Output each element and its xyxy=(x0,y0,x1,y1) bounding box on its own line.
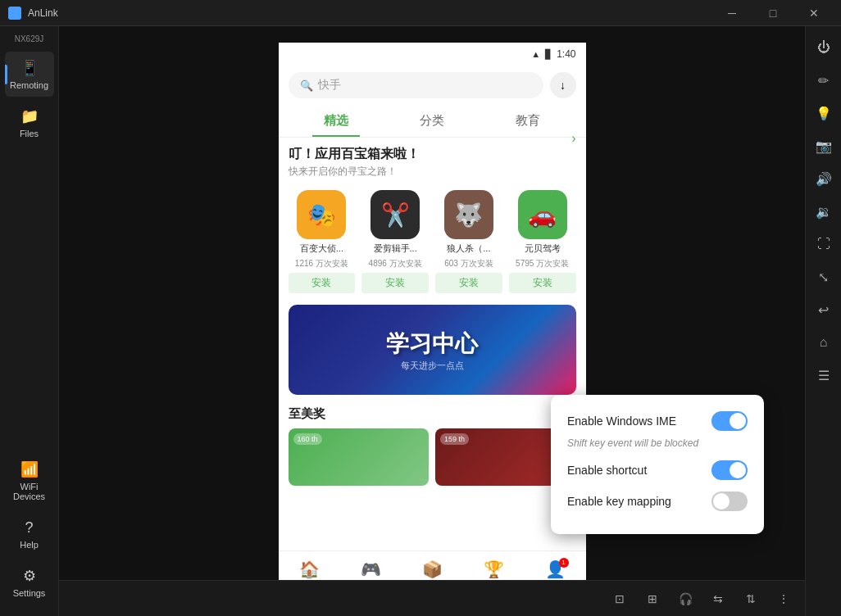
bottom-toolbar: ⊡ ⊞ 🎧 ⇆ ⇅ ⋮ xyxy=(59,580,805,616)
phone-screen: ▲ ▊ 1:40 🔍 快手 ↓ 精选 xyxy=(279,43,586,600)
tab-category[interactable]: 分类 xyxy=(384,105,480,137)
sidebar-item-files-label: Files xyxy=(20,129,39,138)
search-icon: 🔍 xyxy=(300,79,313,92)
device-label: NX629J xyxy=(15,34,44,43)
ime-sub-text: Shift key event will be blocked xyxy=(567,437,748,449)
share-button[interactable]: ⇆ xyxy=(703,584,733,614)
install-btn-1[interactable]: 安装 xyxy=(361,273,429,293)
sidebar-item-remoting[interactable]: 📱 Remoting xyxy=(5,52,54,97)
learning-title: 学习中心 xyxy=(386,328,478,360)
status-bar: ▲ ▊ 1:40 xyxy=(279,43,586,66)
title-bar-left: AnLink xyxy=(8,7,58,20)
expand-button[interactable]: ⛶ xyxy=(809,229,839,259)
mine-badge-count: 1 xyxy=(559,558,569,568)
minimize-button[interactable]: ─ xyxy=(713,0,751,26)
reward-badge-1: 160 th xyxy=(293,433,322,445)
learning-banner[interactable]: 学习中心 每天进步一点点 xyxy=(289,305,576,395)
camera-button[interactable]: 📷 xyxy=(809,131,839,161)
reward-badge-2: 159 th xyxy=(440,433,469,445)
rewards-section-header: 至美奖 › xyxy=(279,400,586,425)
back-button[interactable]: ↩ xyxy=(809,295,839,324)
search-placeholder: 快手 xyxy=(318,78,341,93)
tab-featured[interactable]: 精选 xyxy=(289,105,384,137)
home-nav-icon: 🏠 xyxy=(299,559,320,579)
app-count-1: 4896 万次安装 xyxy=(369,258,422,270)
tab-education[interactable]: 教育 xyxy=(480,105,576,137)
sidebar: NX629J 📱 Remoting 📁 Files 📶 WiFi Devices… xyxy=(0,26,59,616)
banner-sub: 快来开启你的寻宝之路！ xyxy=(289,165,576,179)
enable-shortcut-label: Enable shortcut xyxy=(567,464,647,477)
sidebar-bottom: 📶 WiFi Devices ? Help ⚙ Settings xyxy=(0,453,58,616)
vol-up-button[interactable]: 🔊 xyxy=(809,164,839,193)
games-nav-icon: 🎮 xyxy=(361,559,381,579)
sidebar-item-help[interactable]: ? Help xyxy=(5,511,54,556)
sidebar-item-files[interactable]: 📁 Files xyxy=(5,100,54,145)
vol-down-button[interactable]: 🔉 xyxy=(809,197,839,226)
maximize-button[interactable]: □ xyxy=(754,0,792,26)
app-icon-0[interactable]: 🎭 xyxy=(297,190,346,239)
app-count-0: 1216 万次安装 xyxy=(295,258,348,270)
close-button[interactable]: ✕ xyxy=(795,0,833,26)
app-grid: 🎭 百变大侦... 1216 万次安装 安装 ✂️ 爱剪辑手... 4896 万… xyxy=(279,183,586,300)
enable-key-mapping-toggle[interactable] xyxy=(711,491,748,511)
enable-windows-ime-label: Enable Windows IME xyxy=(567,414,676,428)
main-layout: NX629J 📱 Remoting 📁 Files 📶 WiFi Devices… xyxy=(0,26,841,616)
popup-row-shortcut: Enable shortcut xyxy=(567,460,748,480)
app-item-3: 🚗 元贝驾考 5795 万次安装 安装 xyxy=(509,190,576,293)
more-button[interactable]: ⋮ xyxy=(769,584,798,614)
sidebar-item-wifi-devices[interactable]: 📶 WiFi Devices xyxy=(5,453,54,508)
screenshot-button[interactable]: ⊡ xyxy=(605,584,634,614)
app-item-2: 🐺 狼人杀（... 603 万次安装 安装 xyxy=(435,190,502,293)
sidebar-item-remoting-label: Remoting xyxy=(10,80,48,90)
sidebar-wifi-sub: WiFi xyxy=(20,482,39,491)
pen-button[interactable]: ✏ xyxy=(809,66,839,95)
app-count-3: 5795 万次安装 xyxy=(516,258,569,270)
enable-windows-ime-toggle[interactable] xyxy=(711,411,748,431)
app-icon-2[interactable]: 🐺 xyxy=(444,190,493,239)
install-btn-2[interactable]: 安装 xyxy=(435,273,502,293)
wifi-icon: 📶 xyxy=(20,460,39,479)
rewards-title: 至美奖 xyxy=(289,406,325,422)
reward-card-1[interactable]: 160 th xyxy=(289,428,430,486)
enable-key-mapping-label: Enable key mapping xyxy=(567,495,671,508)
time-display: 1:40 xyxy=(557,48,575,60)
phone-container: ▲ ▊ 1:40 🔍 快手 ↓ 精选 xyxy=(59,26,805,616)
record-button[interactable]: ⊞ xyxy=(638,584,667,614)
install-btn-0[interactable]: 安装 xyxy=(289,273,356,293)
sidebar-item-help-label: Help xyxy=(20,540,39,550)
power-button[interactable]: ⏻ xyxy=(809,33,839,62)
app-count-2: 603 万次安装 xyxy=(444,258,493,270)
app-item-1: ✂️ 爱剪辑手... 4896 万次安装 安装 xyxy=(361,190,429,293)
audio-button[interactable]: 🎧 xyxy=(671,584,700,614)
help-icon: ? xyxy=(20,518,39,537)
software-nav-icon: 📦 xyxy=(422,559,443,579)
app-name-1: 爱剪辑手... xyxy=(361,242,429,255)
app-icon-3[interactable]: 🚗 xyxy=(518,190,567,239)
popup-panel: Enable Windows IME Shift key event will … xyxy=(551,395,764,534)
sidebar-devices-label: Devices xyxy=(13,491,45,501)
bulb-button[interactable]: 💡 xyxy=(809,98,839,128)
enable-shortcut-toggle[interactable] xyxy=(711,460,748,480)
transfer-button[interactable]: ⇅ xyxy=(736,584,766,614)
app-icon-1[interactable]: ✂️ xyxy=(370,190,420,239)
popup-row-keymapping: Enable key mapping xyxy=(567,491,748,511)
app-icon xyxy=(8,7,21,20)
home-button[interactable]: ⌂ xyxy=(809,328,839,357)
sidebar-item-settings[interactable]: ⚙ Settings xyxy=(5,559,54,605)
files-icon: 📁 xyxy=(20,106,39,126)
banner-section: 叮！应用百宝箱来啦！ › 快来开启你的寻宝之路！ xyxy=(279,138,586,183)
install-btn-3[interactable]: 安装 xyxy=(509,273,576,293)
download-icon[interactable]: ↓ xyxy=(550,72,576,98)
title-bar: AnLink ─ □ ✕ xyxy=(0,0,841,26)
sidebar-item-settings-label: Settings xyxy=(13,588,46,598)
app-name-3: 元贝驾考 xyxy=(509,242,576,255)
search-box[interactable]: 🔍 快手 xyxy=(289,72,543,98)
ranking-nav-icon: 🏆 xyxy=(484,559,504,579)
app-item-0: 🎭 百变大侦... 1216 万次安装 安装 xyxy=(289,190,356,293)
banner-title: 叮！应用百宝箱来啦！ xyxy=(289,147,420,161)
menu-button[interactable]: ☰ xyxy=(809,360,839,390)
app-name-0: 百变大侦... xyxy=(289,242,356,255)
shrink-button[interactable]: ⤡ xyxy=(809,262,839,292)
title-bar-controls: ─ □ ✕ xyxy=(713,0,833,26)
learning-content: 学习中心 每天进步一点点 xyxy=(386,328,478,372)
